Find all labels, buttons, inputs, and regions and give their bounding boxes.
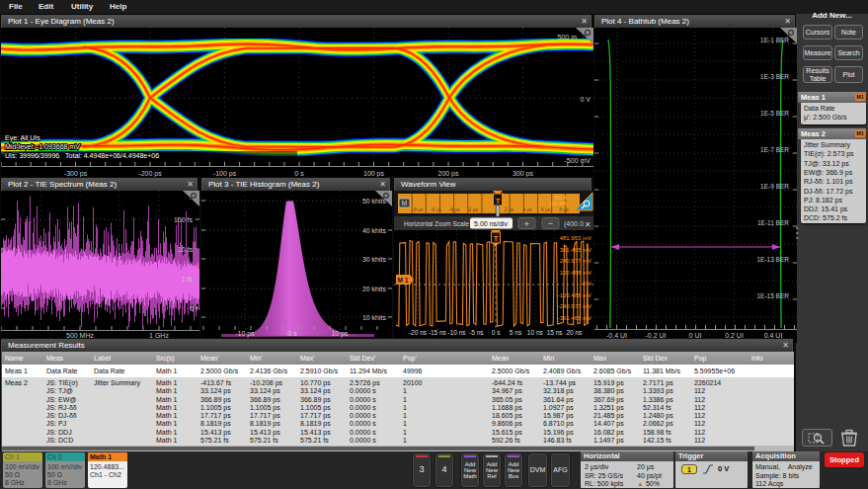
svg-text:1 fs: 1 fs [182, 276, 194, 283]
svg-text:0 s: 0 s [492, 329, 501, 336]
svg-text:0 V: 0 V [580, 96, 591, 103]
svg-text:-500 mV: -500 mV [565, 157, 592, 164]
svg-text:T: T [494, 234, 499, 243]
svg-text:M: M [402, 200, 407, 206]
svg-text:-361.465 mV: -361.465 mV [558, 315, 592, 321]
svg-text:Mid-level: -1.093668 mV: Mid-level: -1.093668 mV [5, 143, 80, 150]
svg-text:10 fs: 10 fs [178, 246, 194, 253]
svg-text:361.465 mV: 361.465 mV [560, 247, 592, 253]
svg-text:0 s: 0 s [287, 330, 297, 337]
svg-text:✕: ✕ [585, 220, 592, 229]
svg-text:-300 ps: -300 ps [64, 170, 88, 178]
svg-text:-100 ps: -100 ps [213, 170, 237, 178]
svg-text:−: − [548, 218, 553, 228]
svg-text:UIs: 39996/39996 Total: 4.49: UIs: 39996/39996 Total: 4.4948e+06/4.494… [5, 152, 159, 159]
svg-text:M 1: M 1 [398, 277, 409, 284]
svg-text:-15 ns: -15 ns [429, 329, 447, 336]
svg-text:500 m: 500 m [558, 34, 578, 41]
svg-text:481.953 mV: 481.953 mV [560, 235, 592, 241]
svg-text:1E-5 BER: 1E-5 BER [760, 110, 789, 117]
svg-text:4 μs: 4 μs [522, 206, 532, 212]
svg-text:20 khits: 20 khits [362, 285, 387, 292]
svg-text:1E-13 BER: 1E-13 BER [756, 256, 789, 263]
svg-text:-240.977 mV: -240.977 mV [558, 303, 592, 309]
svg-text:0 f: 0 f [190, 305, 197, 312]
svg-text:(400.0: (400.0 [564, 220, 584, 228]
svg-text:10 ns: 10 ns [527, 329, 544, 336]
svg-text:Eye: All UIs: Eye: All UIs [5, 134, 40, 142]
svg-text:6 μs: 6 μs [541, 206, 551, 212]
svg-text:Horizontal Zoom Scale: Horizontal Zoom Scale [404, 220, 469, 227]
svg-text:10 ps: 10 ps [331, 330, 349, 338]
svg-text:-120.488 mV: -120.488 mV [558, 292, 592, 298]
svg-text:8 μs: 8 μs [559, 206, 569, 212]
svg-text:-20 ns: -20 ns [409, 329, 428, 336]
svg-text:T: T [496, 197, 501, 205]
svg-text:0 s: 0 s [294, 170, 304, 177]
svg-text:-6 μs: -6 μs [431, 206, 442, 212]
svg-text:1E-7 BER: 1E-7 BER [760, 146, 789, 153]
svg-text:100 ps: 100 ps [363, 170, 385, 178]
svg-text:20 ns: 20 ns [566, 329, 583, 336]
svg-text:120.488...: 120.488... [549, 201, 571, 206]
svg-text:1E-11 BER: 1E-11 BER [757, 219, 789, 226]
svg-text:1E-1 BER: 1E-1 BER [760, 37, 789, 43]
svg-text:-8 μs: -8 μs [412, 206, 424, 212]
svg-text:300 ps: 300 ps [513, 170, 534, 178]
svg-text:-4 μs: -4 μs [448, 206, 460, 212]
svg-text:0 V: 0 V [583, 281, 592, 286]
svg-text:10 khits: 10 khits [362, 314, 387, 321]
svg-text:-5 ns: -5 ns [469, 329, 484, 336]
svg-text:40 khits: 40 khits [362, 227, 387, 234]
svg-text:120.488 mV: 120.488 mV [560, 270, 592, 276]
svg-text:1E-9 BER: 1E-9 BER [760, 183, 789, 190]
svg-text:200 ps: 200 ps [437, 170, 459, 178]
svg-text:-200 ps: -200 ps [138, 170, 162, 178]
svg-text:2 μs: 2 μs [505, 206, 514, 212]
svg-text:1E-3 BER: 1E-3 BER [760, 73, 789, 80]
svg-text:+: + [524, 219, 529, 229]
svg-text:100 fs: 100 fs [174, 216, 194, 223]
svg-text:-10 ns: -10 ns [448, 329, 467, 336]
svg-text:1E-15 BER: 1E-15 BER [756, 292, 789, 299]
svg-text:30 khits: 30 khits [362, 256, 387, 263]
svg-text:-10 ps: -10 ps [235, 330, 255, 338]
svg-text:15 ns: 15 ns [547, 329, 564, 336]
svg-text:-2 μs: -2 μs [467, 206, 479, 212]
svg-text:5 ns: 5 ns [510, 329, 522, 336]
svg-text:240.977 mV: 240.977 mV [560, 258, 592, 264]
svg-text:5.00 ns/div: 5.00 ns/div [474, 220, 508, 227]
